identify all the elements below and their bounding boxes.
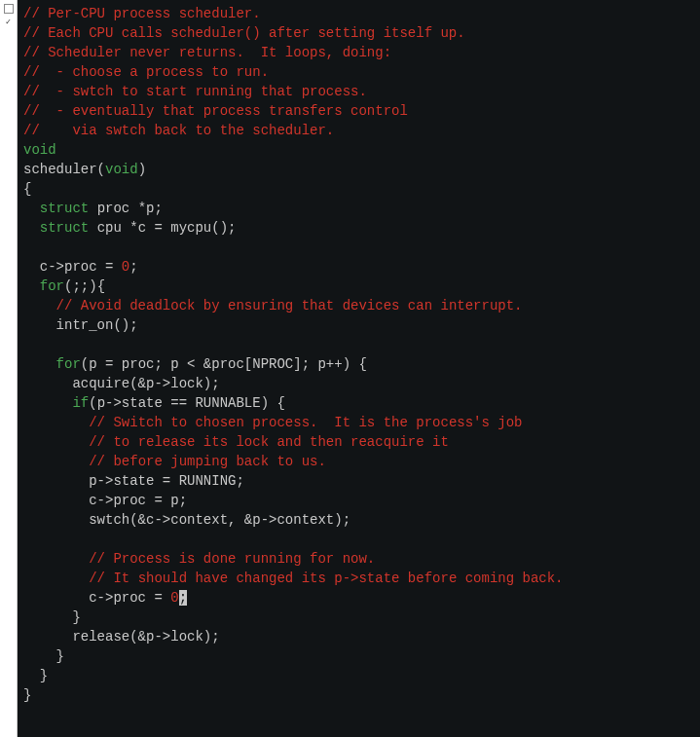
- keyword-for: for: [40, 278, 64, 294]
- comment-line: // via swtch back to the scheduler.: [23, 123, 334, 138]
- code-text: [23, 415, 89, 430]
- code-text: c->proc = p;: [23, 493, 187, 508]
- comment-line: // Per-CPU process scheduler.: [23, 6, 261, 21]
- keyword-for: for: [56, 356, 81, 372]
- code-text: [23, 454, 89, 469]
- number-literal: 0: [170, 590, 178, 606]
- keyword-if: if: [72, 395, 89, 411]
- comment-line: // Switch to chosen process. It is the p…: [89, 415, 522, 430]
- code-text: ): [138, 162, 146, 177]
- code-text: [23, 220, 40, 236]
- code-text: release(&p->lock);: [23, 629, 220, 645]
- code-text: (p->state == RUNNABLE) {: [89, 395, 285, 411]
- comment-line: // It should have changed its p->state b…: [89, 571, 563, 586]
- code-text: scheduler(: [23, 162, 105, 177]
- code-text: ;: [129, 259, 137, 275]
- code-text: }: [23, 687, 31, 703]
- code-text: [23, 278, 40, 294]
- code-text: p->state = RUNNING;: [23, 473, 244, 489]
- code-text: [23, 434, 89, 450]
- comment-line: // Each CPU calls scheduler() after sett…: [23, 25, 465, 41]
- comment-line: // - eventually that process transfers c…: [23, 103, 408, 119]
- text-cursor: ;: [179, 590, 187, 606]
- code-text: intr_on();: [23, 317, 138, 333]
- comment-line: // before jumping back to us.: [89, 454, 326, 469]
- code-text: (;;){: [64, 278, 105, 294]
- comment-line: // Process is done running for now.: [89, 551, 375, 567]
- keyword-void: void: [23, 142, 56, 158]
- comment-line: // Avoid deadlock by ensuring that devic…: [56, 298, 523, 313]
- code-text: [23, 298, 56, 313]
- code-text: (p = proc; p < &proc[NPROC]; p++) {: [81, 356, 367, 372]
- code-text: }: [23, 668, 48, 683]
- comment-line: // to release its lock and then reacquir…: [89, 434, 449, 450]
- comment-line: // Scheduler never returns. It loops, do…: [23, 45, 391, 60]
- code-text: c->proc =: [23, 259, 122, 275]
- keyword-void: void: [105, 162, 138, 177]
- code-editor[interactable]: // Per-CPU process scheduler. // Each CP…: [18, 0, 700, 737]
- code-text: [23, 571, 89, 586]
- check-icon[interactable]: ✓: [4, 18, 14, 27]
- code-text: [23, 395, 72, 411]
- editor-gutter: ✓: [0, 0, 18, 737]
- comment-line: // - swtch to start running that process…: [23, 84, 367, 99]
- keyword-struct: struct: [40, 220, 89, 236]
- comment-line: // - choose a process to run.: [23, 64, 269, 80]
- keyword-struct: struct: [40, 201, 89, 216]
- code-text: [23, 551, 89, 567]
- code-text: swtch(&c->context, &p->context);: [23, 512, 350, 528]
- code-text: }: [23, 648, 64, 664]
- code-text: {: [23, 181, 31, 197]
- code-text: [23, 201, 40, 216]
- code-text: [23, 356, 56, 372]
- code-text: c->proc =: [23, 590, 170, 606]
- code-text: acquire(&p->lock);: [23, 376, 220, 391]
- code-text: cpu *c = mycpu();: [89, 220, 236, 236]
- code-text: }: [23, 609, 81, 625]
- code-text: proc *p;: [89, 201, 163, 216]
- number-literal: 0: [122, 259, 129, 275]
